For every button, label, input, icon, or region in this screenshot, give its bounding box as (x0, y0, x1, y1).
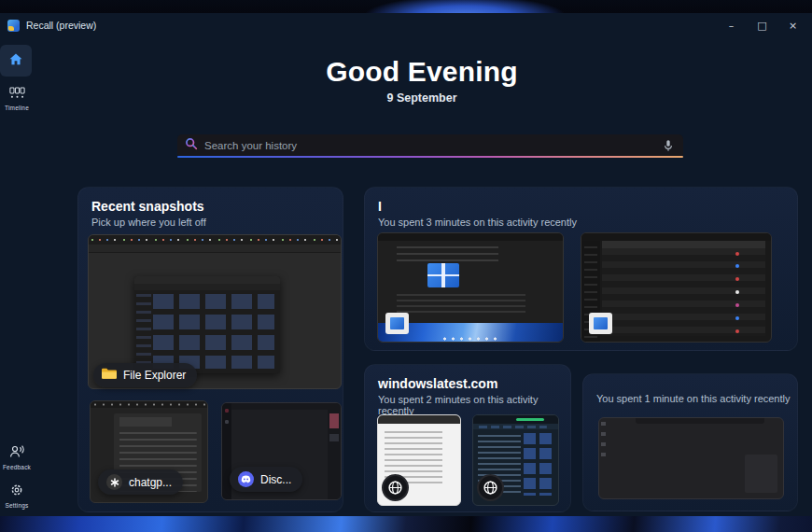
snapshot-process-list[interactable] (581, 232, 772, 343)
file-explorer-window (134, 276, 281, 372)
globe-icon (477, 474, 504, 501)
taskbar-icons (441, 337, 500, 341)
microphone-icon[interactable] (661, 137, 676, 154)
search-input[interactable] (204, 140, 661, 151)
globe-icon (382, 474, 409, 501)
website-title: windowslatest.com (378, 376, 497, 391)
minimize-button[interactable]: – (716, 13, 747, 37)
card-windowslatest: windowslatest.com You spent 2 minutes on… (364, 364, 571, 512)
folder-icon (102, 368, 117, 383)
search-gradient-underline (177, 156, 683, 158)
desktop-wallpaper-bottom (0, 516, 812, 532)
windows-logo-icon (594, 317, 608, 329)
recall-app-window: Recall (preview) – □ × Timeline Feedback (0, 13, 812, 516)
app-badge-chatgpt: chatgp... (98, 469, 183, 495)
file-explorer-titlebar (134, 276, 281, 284)
sidebar-item-home[interactable] (0, 45, 32, 77)
browser-chrome-strip (378, 415, 460, 424)
mini-app-dialog (589, 313, 612, 334)
window-controls: – □ × (716, 13, 808, 37)
badge-label: File Explorer (123, 369, 186, 382)
badge-label: Disc... (260, 473, 291, 486)
desktop-wallpaper-top (0, 0, 812, 13)
app-side-panel (745, 455, 777, 493)
close-button[interactable]: × (777, 13, 808, 37)
timeline-icon (9, 86, 25, 103)
recent-snapshots-subtitle: Pick up where you left off (91, 217, 206, 228)
app-titlebar-strip (636, 418, 764, 424)
gear-icon (10, 483, 23, 500)
snapshot-settings-app[interactable] (377, 232, 564, 343)
app-titlebar-strip (378, 233, 563, 241)
maximize-button[interactable]: □ (747, 13, 777, 37)
browser-tab-strip (91, 401, 207, 408)
card-activity-3-minutes: I You spent 3 minutes on this activity r… (364, 187, 798, 351)
app-left-rail (601, 422, 606, 459)
snapshot-webpage-dark[interactable] (472, 414, 559, 506)
activity-subtitle: You spent 1 minute on this activity rece… (596, 393, 791, 404)
recent-snapshots-title: Recent snapshots (91, 199, 204, 214)
windows-logo-image (427, 263, 459, 287)
activity-title: I (378, 199, 382, 214)
activity-subtitle: You spent 3 minutes on this activity rec… (378, 217, 577, 228)
recall-app-icon (7, 20, 20, 32)
snapshot-dark-app[interactable] (598, 417, 784, 499)
search-bar[interactable] (177, 134, 683, 156)
sidebar-item-settings[interactable]: Settings (0, 483, 34, 509)
app-badge-discord: Disc... (230, 467, 302, 492)
greeting-date: 9 September (32, 91, 812, 105)
recall-app-icon-notch (8, 26, 14, 31)
snapshot-chatgpt[interactable]: chatgp... (90, 400, 208, 503)
sidebar: Timeline Feedback Settings (0, 37, 37, 516)
browser-tab-strip (89, 235, 341, 245)
feedback-label: Feedback (3, 464, 31, 470)
timeline-label: Timeline (5, 105, 29, 111)
detail-text-lines (397, 246, 498, 261)
badge-label: chatgp... (129, 476, 172, 489)
home-icon (9, 52, 22, 69)
site-nav-strip (473, 424, 558, 429)
app-titlebar-strip (581, 233, 771, 241)
list-status-icons (735, 252, 739, 256)
file-explorer-ribbon (134, 284, 281, 290)
sidebar-item-feedback[interactable]: Feedback (0, 444, 34, 470)
browser-address-bar (89, 245, 341, 253)
list-rows (602, 248, 765, 336)
windows-logo-icon (390, 317, 404, 329)
window-title: Recall (preview) (26, 13, 96, 37)
snapshot-webpage-light[interactable] (377, 414, 461, 506)
download-progress-bar (516, 418, 545, 421)
card-recent-snapshots: Recent snapshots Pick up where you left … (77, 187, 343, 512)
mini-app-dialog (385, 313, 409, 334)
feedback-icon (9, 444, 24, 462)
card-activity-1-minute: You spent 1 minute on this activity rece… (582, 373, 798, 511)
website-subtitle: You spent 2 minutes on this activity rec… (378, 394, 570, 416)
app-badge-file-explorer: File Explorer (93, 363, 197, 387)
file-explorer-nav-pane (136, 294, 151, 368)
article-image-tiles (524, 433, 554, 496)
discord-icon (238, 471, 254, 487)
sidebar-item-timeline[interactable]: Timeline (0, 86, 34, 111)
titlebar: Recall (preview) – □ × (0, 13, 812, 37)
list-header-row (602, 241, 765, 248)
snapshot-discord[interactable]: Disc... (221, 402, 342, 500)
settings-label: Settings (5, 502, 28, 509)
greeting-title: Good Evening (32, 56, 812, 88)
chatgpt-icon (106, 474, 122, 490)
discord-member-column (328, 410, 341, 499)
detail-text-lines (397, 294, 526, 314)
search-icon (185, 137, 198, 154)
discord-topbar (231, 403, 341, 410)
file-explorer-thumbnail-grid (153, 294, 275, 368)
